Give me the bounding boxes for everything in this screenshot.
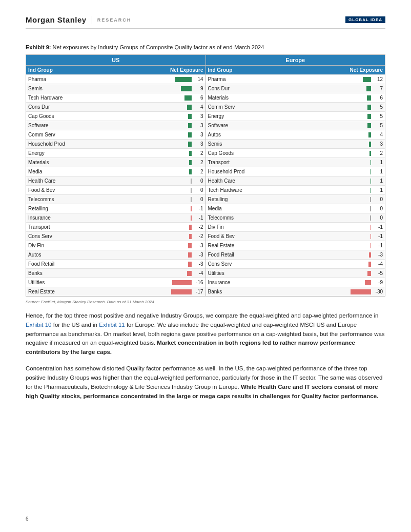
header-divider bbox=[92, 16, 92, 24]
cell-net-exposure: 3 bbox=[313, 141, 385, 147]
europe-col-headers: Ind Group Net Exposure bbox=[206, 65, 385, 74]
exposure-bar bbox=[172, 280, 192, 285]
exhibit10-link[interactable]: Exhibit 10 bbox=[26, 322, 52, 328]
exposure-value: 12 bbox=[373, 76, 383, 82]
body-paragraph-1: Hence, for the top three most positive a… bbox=[26, 311, 385, 357]
exposure-value: 1 bbox=[373, 178, 383, 184]
cell-ind-group: Food Retail bbox=[26, 261, 133, 267]
cell-net-exposure: 1 bbox=[313, 159, 385, 166]
table-row: Cons Serv-2 bbox=[26, 231, 206, 241]
exposure-bar bbox=[367, 105, 371, 110]
exposure-bar bbox=[367, 95, 371, 101]
table-row: Cons Dur7 bbox=[206, 84, 385, 93]
exposure-value: 2 bbox=[193, 150, 203, 156]
exhibit-title: Exhibit 9: Net exposures by Industry Gro… bbox=[26, 44, 385, 50]
exposure-value: 2 bbox=[193, 160, 203, 165]
exposure-bar bbox=[369, 151, 371, 156]
exposure-value: -2 bbox=[193, 224, 203, 230]
cell-ind-group: Comm Serv bbox=[206, 104, 313, 110]
cell-net-exposure: 0 bbox=[313, 196, 385, 203]
exposure-value: 14 bbox=[193, 76, 203, 82]
cell-ind-group: Energy bbox=[26, 150, 133, 156]
cell-net-exposure: -17 bbox=[133, 288, 205, 295]
exposure-bar bbox=[367, 271, 371, 276]
exposure-bar bbox=[370, 206, 371, 211]
exposure-bar bbox=[175, 77, 192, 82]
exposure-value: -4 bbox=[193, 270, 203, 276]
exposure-bar bbox=[189, 234, 192, 239]
exposure-bar bbox=[189, 169, 192, 174]
cell-ind-group: Household Prod bbox=[206, 168, 313, 175]
table-row: Food Retail-3 bbox=[206, 250, 385, 259]
exposure-value: 0 bbox=[373, 206, 383, 211]
exposure-value: -1 bbox=[373, 243, 383, 248]
exposure-bar bbox=[369, 252, 371, 258]
us-rows: Pharma14Semis9Tech Hardware6Cons Dur4Cap… bbox=[26, 74, 206, 296]
cell-net-exposure: -1 bbox=[313, 242, 385, 249]
cell-ind-group: Div Fin bbox=[26, 242, 133, 249]
europe-rows: Pharma12Cons Dur7Materials6Comm Serv5Ene… bbox=[206, 74, 385, 296]
table-row: Div Fin-1 bbox=[206, 222, 385, 231]
exposure-bar bbox=[188, 123, 192, 128]
exposure-bar bbox=[363, 77, 371, 82]
europe-region-header: Europe bbox=[206, 55, 385, 65]
cell-ind-group: Tech Hardware bbox=[26, 94, 133, 101]
exposure-bar bbox=[369, 142, 371, 147]
table-row: Transport1 bbox=[206, 157, 385, 167]
exposure-value: 6 bbox=[193, 95, 203, 101]
cell-ind-group: Food & Bev bbox=[26, 187, 133, 193]
cell-net-exposure: -30 bbox=[313, 288, 385, 295]
cell-net-exposure: -3 bbox=[313, 251, 385, 258]
cell-net-exposure: -1 bbox=[133, 214, 205, 221]
cell-net-exposure: 3 bbox=[133, 131, 205, 138]
table-row: Utilities-16 bbox=[26, 278, 206, 287]
europe-col-net: Net Exposure bbox=[313, 66, 385, 74]
table-row: Telecomms0 bbox=[26, 194, 206, 204]
exhibit11-link[interactable]: Exhibit 11 bbox=[99, 322, 125, 328]
cell-ind-group: Banks bbox=[26, 270, 133, 277]
cell-net-exposure: 5 bbox=[313, 122, 385, 129]
exposure-bar bbox=[191, 215, 192, 221]
exposure-bar bbox=[370, 215, 371, 221]
table-row: Cons Dur4 bbox=[26, 102, 206, 111]
cell-ind-group: Cons Serv bbox=[206, 261, 313, 267]
exposure-value: 4 bbox=[193, 104, 203, 110]
table-row: Cap Goods2 bbox=[206, 148, 385, 157]
exposure-value: 2 bbox=[193, 169, 203, 174]
table-row: Autos-3 bbox=[26, 250, 206, 259]
table-row: Banks-30 bbox=[206, 287, 385, 296]
page: Morgan Stanley RESEARCH GLOBAL IDEA Exhi… bbox=[0, 0, 411, 532]
exposure-value: 4 bbox=[373, 132, 383, 137]
table-row: Autos4 bbox=[206, 130, 385, 139]
exposure-value: 5 bbox=[373, 104, 383, 110]
body-paragraph-2: Concentration has somehow distorted Qual… bbox=[26, 364, 385, 401]
table-row: Energy5 bbox=[206, 111, 385, 121]
cell-net-exposure: -3 bbox=[133, 242, 205, 249]
cell-net-exposure: 0 bbox=[133, 196, 205, 203]
exposure-value: -30 bbox=[373, 289, 383, 294]
table-row: Pharma14 bbox=[26, 74, 206, 84]
table-row: Energy2 bbox=[26, 148, 206, 157]
data-table: US Ind Group Net Exposure Pharma14Semis9… bbox=[26, 54, 385, 297]
cell-net-exposure: -1 bbox=[313, 224, 385, 230]
table-row: Banks-4 bbox=[26, 268, 206, 278]
europe-table: Europe Ind Group Net Exposure Pharma12Co… bbox=[206, 55, 385, 296]
exposure-bar bbox=[368, 132, 371, 137]
table-row: Food & Bev-1 bbox=[206, 231, 385, 241]
exposure-value: 9 bbox=[193, 86, 203, 91]
exposure-value: -1 bbox=[193, 215, 203, 221]
cell-net-exposure: 0 bbox=[313, 205, 385, 212]
exposure-value: -3 bbox=[193, 252, 203, 258]
table-row: Tech Hardware1 bbox=[206, 185, 385, 194]
exposure-bar bbox=[367, 114, 371, 119]
table-row: Utilities-5 bbox=[206, 268, 385, 278]
exposure-bar bbox=[181, 86, 192, 91]
exposure-value: 0 bbox=[373, 215, 383, 221]
cell-net-exposure: 3 bbox=[133, 122, 205, 129]
us-table: US Ind Group Net Exposure Pharma14Semis9… bbox=[26, 55, 206, 296]
cell-net-exposure: -4 bbox=[133, 270, 205, 277]
exposure-bar bbox=[188, 262, 192, 267]
table-row: Retailing-1 bbox=[26, 204, 206, 213]
exposure-bar bbox=[187, 105, 192, 110]
exposure-value: 3 bbox=[193, 113, 203, 119]
